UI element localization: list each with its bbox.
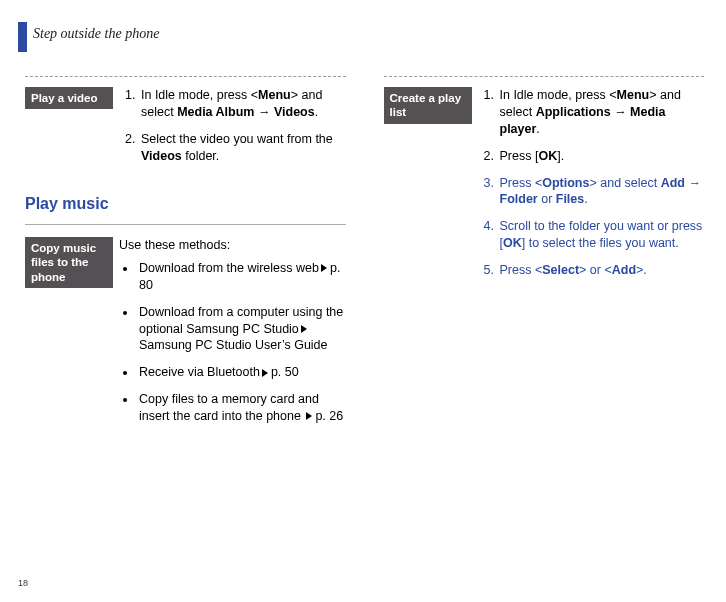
playlist-step-1: In Idle mode, press <Menu> and select Ap… <box>498 87 705 138</box>
right-dashed-rule <box>384 76 705 87</box>
triangle-icon <box>262 369 268 377</box>
bullet-bluetooth: Receive via Bluetoothp. 50 <box>137 364 346 381</box>
copy-music-label: Copy music files to the phone <box>25 237 113 288</box>
play-music-rule <box>25 224 346 225</box>
page-header-title: Step outside the phone <box>33 26 159 42</box>
text: In Idle mode, press < <box>141 88 258 102</box>
playlist-step-3: Press <Options> and select Add → Folder … <box>498 175 705 209</box>
play-music-heading: Play music <box>25 193 346 215</box>
playlist-step-5: Press <Select> or <Add>. <box>498 262 705 279</box>
copy-music-block: Copy music files to the phone Use these … <box>25 237 346 435</box>
text: . <box>536 122 539 136</box>
text: . <box>315 105 318 119</box>
options-key: Options <box>542 176 589 190</box>
playlist-step-4: Scroll to the folder you want or press [… <box>498 218 705 252</box>
folder: Folder <box>500 192 538 206</box>
create-playlist-label: Create a play list <box>384 87 472 124</box>
menu-key: Menu <box>258 88 291 102</box>
text: Press [ <box>500 149 539 163</box>
copy-music-intro: Use these methods: <box>119 237 346 254</box>
videos: Videos <box>274 105 315 119</box>
text: Download from the wireless web <box>139 261 319 275</box>
play-video-content: In Idle mode, press <Menu> and select Me… <box>119 87 346 175</box>
text: Press < <box>500 176 543 190</box>
play-video-steps: In Idle mode, press <Menu> and select Me… <box>119 87 346 165</box>
page-ref: p. 26 <box>315 409 343 423</box>
text: Receive via Bluetooth <box>139 365 260 379</box>
create-playlist-block: Create a play list In Idle mode, press <… <box>384 87 705 289</box>
page-number: 18 <box>18 578 28 588</box>
copy-music-bullets: Download from the wireless webp. 80 Down… <box>119 260 346 425</box>
ok-key: OK <box>538 149 557 163</box>
triangle-icon <box>306 412 312 420</box>
triangle-icon <box>321 264 327 272</box>
copy-music-content: Use these methods: Download from the wir… <box>119 237 346 435</box>
play-video-label: Play a video <box>25 87 113 109</box>
text: . <box>584 192 587 206</box>
arrow: → <box>611 105 630 119</box>
left-column: Play a video In Idle mode, press <Menu> … <box>25 76 346 542</box>
text: ] to select the files you want. <box>522 236 679 250</box>
files: Files <box>556 192 585 206</box>
add: Add <box>661 176 685 190</box>
triangle-icon <box>301 325 307 333</box>
text: Select the video you want from the <box>141 132 333 146</box>
text: >. <box>636 263 647 277</box>
text: Download from a computer using the optio… <box>139 305 343 336</box>
page-ref: p. 50 <box>271 365 299 379</box>
text: > or < <box>579 263 612 277</box>
text: Copy files to a memory card and insert t… <box>139 392 319 423</box>
create-playlist-steps: In Idle mode, press <Menu> and select Ap… <box>478 87 705 279</box>
text: or <box>538 192 556 206</box>
videos-folder: Videos <box>141 149 182 163</box>
bullet-download-web: Download from the wireless webp. 80 <box>137 260 346 294</box>
left-dashed-rule <box>25 76 346 87</box>
play-video-step-2: Select the video you want from the Video… <box>139 131 346 165</box>
select-key: Select <box>542 263 579 277</box>
text: In Idle mode, press < <box>500 88 617 102</box>
header-accent-bar <box>18 22 27 52</box>
guide-ref: Samsung PC Studio User’s Guide <box>139 338 328 352</box>
bullet-memory-card: Copy files to a memory card and insert t… <box>137 391 346 425</box>
playlist-step-2: Press [OK]. <box>498 148 705 165</box>
play-video-step-1: In Idle mode, press <Menu> and select Me… <box>139 87 346 121</box>
bullet-download-pc: Download from a computer using the optio… <box>137 304 346 355</box>
text: > and select <box>589 176 660 190</box>
text: Press < <box>500 263 543 277</box>
menu-key: Menu <box>617 88 650 102</box>
ok-key: OK <box>503 236 522 250</box>
play-video-block: Play a video In Idle mode, press <Menu> … <box>25 87 346 175</box>
text: folder. <box>182 149 220 163</box>
text: ]. <box>557 149 564 163</box>
content-columns: Play a video In Idle mode, press <Menu> … <box>25 76 704 542</box>
arrow: → <box>254 105 273 119</box>
applications: Applications <box>536 105 611 119</box>
right-column: Create a play list In Idle mode, press <… <box>384 76 705 542</box>
media-album: Media Album <box>177 105 254 119</box>
arrow: → <box>685 176 701 190</box>
create-playlist-content: In Idle mode, press <Menu> and select Ap… <box>478 87 705 289</box>
add-key: Add <box>612 263 636 277</box>
